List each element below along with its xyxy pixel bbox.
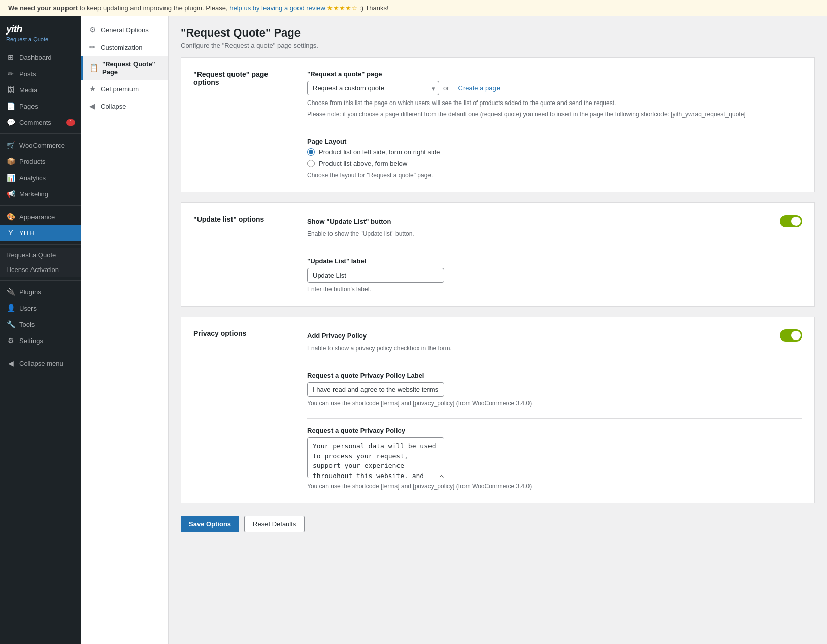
privacy-policy-help: You can use the shortcode [terms] and [p… bbox=[307, 482, 802, 491]
privacy-label-input[interactable] bbox=[307, 382, 444, 397]
sidebar-item-posts[interactable]: ✏ Posts bbox=[0, 65, 81, 82]
add-privacy-field: Add Privacy Policy Enable to show a priv… bbox=[307, 329, 802, 353]
plugin-nav-request-quote-page[interactable]: 📋 "Request Quote" Page bbox=[81, 56, 168, 80]
sidebar-item-label: Comments bbox=[19, 119, 51, 126]
page-layout-label: Page Layout bbox=[307, 138, 802, 145]
plugin-nav-collapse[interactable]: ◀ Collapse bbox=[81, 97, 168, 115]
show-button-help: Enable to show the "Update list" button. bbox=[307, 229, 802, 239]
plugin-nav-label: Customization bbox=[101, 44, 142, 51]
update-list-section: "Update list" options Show "Update List"… bbox=[181, 202, 815, 307]
sidebar-item-yith[interactable]: Y YITH bbox=[0, 225, 81, 241]
page-layout-field: Page Layout Product list on left side, f… bbox=[307, 138, 802, 180]
sidebar-item-woocommerce[interactable]: 🛒 WooCommerce bbox=[0, 137, 81, 153]
show-button-toggle[interactable] bbox=[780, 215, 802, 227]
update-list-input[interactable] bbox=[307, 268, 444, 283]
privacy-policy-heading: Request a quote Privacy Policy bbox=[307, 427, 802, 434]
page-select[interactable]: Request a custom quote bbox=[307, 81, 439, 95]
plugin-title: Request a Quote bbox=[6, 36, 75, 42]
sidebar-item-marketing[interactable]: 📢 Marketing bbox=[0, 186, 81, 202]
sidebar-item-tools[interactable]: 🔧 Tools bbox=[0, 316, 81, 332]
layout-radio-group: Product list on left side, form on right… bbox=[307, 148, 802, 167]
collapse-icon: ◀ bbox=[6, 359, 15, 368]
yith-logo: yith bbox=[6, 23, 75, 35]
tools-icon: 🔧 bbox=[6, 320, 15, 329]
sidebar-item-label: Plugins bbox=[19, 288, 41, 296]
plugin-nav-customization[interactable]: ✏ Customization bbox=[81, 39, 168, 56]
privacy-policy-textarea[interactable]: Your personal data will be used to proce… bbox=[307, 437, 444, 478]
sidebar-item-settings[interactable]: ⚙ Settings bbox=[0, 332, 81, 349]
field-page-label: "Request a quote" page bbox=[307, 70, 802, 78]
layout-option-1[interactable]: Product list on left side, form on right… bbox=[307, 148, 802, 156]
layout-option-2-label: Product list above, form below bbox=[319, 160, 407, 167]
plugin-nav-label: Get premium bbox=[101, 85, 139, 93]
privacy-label-heading: Request a quote Privacy Policy Label bbox=[307, 371, 802, 379]
update-list-label-field: "Update List" label Enter the button's l… bbox=[307, 257, 802, 294]
sidebar-item-label: Collapse menu bbox=[19, 360, 63, 367]
update-list-section-label: "Update list" options bbox=[193, 215, 295, 223]
comments-badge: 1 bbox=[66, 119, 75, 126]
page-subtitle: Configure the "Request a quote" page set… bbox=[181, 42, 815, 49]
plugin-nav-label: Collapse bbox=[101, 103, 126, 110]
update-list-help: Enter the button's label. bbox=[307, 285, 802, 294]
layout-radio-1[interactable] bbox=[307, 148, 315, 156]
sidebar-item-plugins[interactable]: 🔌 Plugins bbox=[0, 284, 81, 300]
layout-option-1-label: Product list on left side, form on right… bbox=[319, 148, 440, 156]
sidebar-item-label: Appearance bbox=[19, 213, 55, 221]
analytics-icon: 📊 bbox=[6, 173, 15, 182]
create-page-link[interactable]: Create a page bbox=[458, 84, 500, 92]
layout-option-2[interactable]: Product list above, form below bbox=[307, 160, 802, 167]
sidebar-item-label: Media bbox=[19, 86, 37, 94]
sidebar-item-dashboard[interactable]: ⊞ Dashboard bbox=[0, 49, 81, 65]
marketing-icon: 📢 bbox=[6, 189, 15, 198]
save-button[interactable]: Save Options bbox=[181, 516, 239, 532]
request-quote-section-label: "Request quote" page options bbox=[193, 70, 295, 86]
sidebar-item-comments[interactable]: 💬 Comments 1 bbox=[0, 114, 81, 130]
users-icon: 👤 bbox=[6, 303, 15, 313]
yith-icon: Y bbox=[6, 228, 15, 238]
sidebar-item-collapse[interactable]: ◀ Collapse menu bbox=[0, 355, 81, 371]
dashboard-icon: ⊞ bbox=[6, 53, 15, 62]
plugin-nav-general-options[interactable]: ⚙ General Options bbox=[81, 21, 168, 39]
sidebar-item-request-quote[interactable]: Request a Quote bbox=[0, 248, 81, 262]
toggle-slider bbox=[780, 215, 802, 227]
sidebar-item-users[interactable]: 👤 Users bbox=[0, 300, 81, 316]
sidebar-item-label: Dashboard bbox=[19, 54, 52, 61]
support-message-text: to keep updating and improving the plugi… bbox=[80, 4, 230, 12]
show-button-label: Show "Update List" button bbox=[307, 218, 391, 225]
add-privacy-toggle[interactable] bbox=[780, 329, 802, 342]
sidebar-item-label: Products bbox=[19, 158, 45, 165]
layout-radio-2[interactable] bbox=[307, 160, 315, 167]
sidebar-item-label: WooCommerce bbox=[19, 142, 65, 149]
bottom-actions: Save Options Reset Defaults bbox=[181, 516, 815, 532]
add-privacy-label: Add Privacy Policy bbox=[307, 332, 367, 340]
sidebar-sub-label: License Activation bbox=[6, 266, 59, 274]
plugin-nav-get-premium[interactable]: ★ Get premium bbox=[81, 80, 168, 97]
layout-help: Choose the layout for "Request a quote" … bbox=[307, 171, 802, 180]
main-content: "Request Quote" Page Configure the "Requ… bbox=[169, 16, 827, 644]
comments-icon: 💬 bbox=[6, 118, 15, 127]
privacy-toggle-slider bbox=[780, 329, 802, 342]
privacy-section-label: Privacy options bbox=[193, 329, 295, 337]
wp-sidebar: yith Request a Quote ⊞ Dashboard ✏ Posts… bbox=[0, 16, 81, 644]
sidebar-item-media[interactable]: 🖼 Media bbox=[0, 82, 81, 98]
posts-icon: ✏ bbox=[6, 69, 15, 78]
privacy-label-field: Request a quote Privacy Policy Label You… bbox=[307, 371, 802, 408]
sidebar-item-analytics[interactable]: 📊 Analytics bbox=[0, 170, 81, 186]
sidebar-item-label: YITH bbox=[19, 229, 35, 237]
privacy-section: Privacy options Add Privacy Policy bbox=[181, 317, 815, 503]
reset-button[interactable]: Reset Defaults bbox=[244, 516, 305, 532]
plugin-sidebar: ⚙ General Options ✏ Customization 📋 "Req… bbox=[81, 16, 169, 644]
request-quote-page-field: "Request a quote" page Request a custom … bbox=[307, 70, 802, 119]
sidebar-item-appearance[interactable]: 🎨 Appearance bbox=[0, 209, 81, 225]
sidebar-item-products[interactable]: 📦 Products bbox=[0, 153, 81, 170]
add-privacy-help: Enable to show a privacy policy checkbox… bbox=[307, 344, 802, 353]
sidebar-item-pages[interactable]: 📄 Pages bbox=[0, 98, 81, 114]
customization-icon: ✏ bbox=[88, 43, 96, 51]
sidebar-sub-label: Request a Quote bbox=[6, 251, 56, 259]
page-help-text-1: Choose from this list the page on which … bbox=[307, 98, 802, 108]
sidebar-item-license[interactable]: License Activation bbox=[0, 262, 81, 277]
review-link[interactable]: help us by leaving a good review bbox=[229, 4, 325, 12]
media-icon: 🖼 bbox=[6, 85, 15, 94]
sidebar-item-label: Settings bbox=[19, 337, 43, 345]
sidebar-logo: yith Request a Quote bbox=[0, 16, 81, 49]
